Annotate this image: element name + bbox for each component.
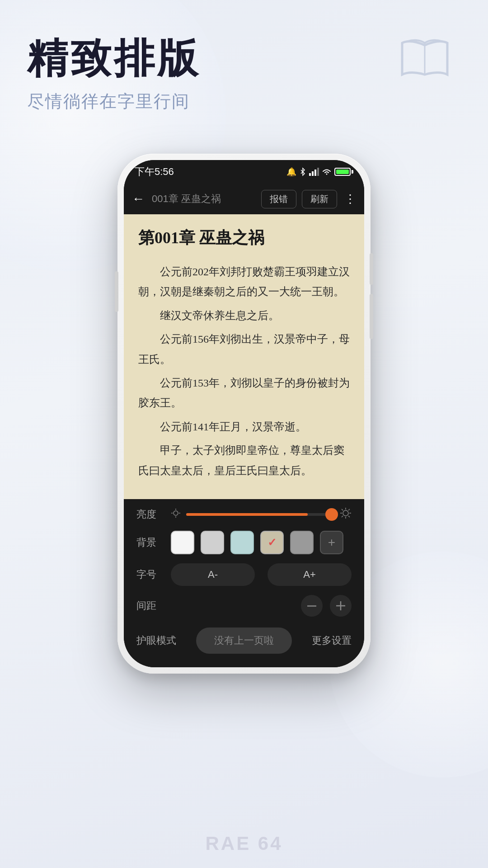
no-prev-page-button[interactable]: 没有上一页啦 <box>196 627 292 654</box>
font-increase-button[interactable]: A+ <box>267 563 352 586</box>
phone-screen: 下午5:56 🔔 <box>124 160 364 667</box>
report-button[interactable]: 报错 <box>261 190 296 208</box>
status-time: 下午5:56 <box>135 165 174 179</box>
background-label: 背景 <box>136 536 164 549</box>
settings-panel: 亮度 <box>124 499 364 667</box>
nav-bar: ← 001章 巫蛊之祸 报错 刷新 ⋮ <box>124 184 364 214</box>
book-icon <box>398 36 452 81</box>
signal-icon <box>309 168 319 176</box>
rae-badge: RAE 64 <box>205 833 282 854</box>
svg-rect-3 <box>317 168 319 176</box>
more-button[interactable]: ⋮ <box>344 192 356 206</box>
bluetooth-icon <box>299 167 306 176</box>
svg-rect-1 <box>312 171 314 176</box>
volume-up-button <box>370 253 373 285</box>
svg-line-16 <box>348 509 350 510</box>
svg-line-15 <box>348 516 350 517</box>
spacing-increase-button[interactable] <box>330 595 352 617</box>
svg-line-14 <box>342 509 343 510</box>
brightness-row: 亮度 <box>136 507 352 522</box>
bg-option-white[interactable] <box>171 531 194 554</box>
nav-title: 001章 巫蛊之祸 <box>152 192 256 206</box>
spacing-decrease-button[interactable] <box>301 595 323 617</box>
bg-option-gray1[interactable] <box>201 531 224 554</box>
brightness-high-icon <box>340 507 352 522</box>
volume-down-button <box>370 294 373 339</box>
svg-rect-2 <box>314 170 316 176</box>
paragraph-2: 继汉文帝休养生息之后。 <box>138 306 350 326</box>
refresh-button[interactable]: 刷新 <box>302 190 337 208</box>
brightness-slider[interactable] <box>186 513 334 516</box>
add-icon: + <box>328 535 335 550</box>
eye-mode-button[interactable]: 护眼模式 <box>136 634 176 647</box>
phone-container: 下午5:56 🔔 <box>117 154 371 674</box>
main-title: 精致排版 <box>27 36 201 81</box>
content-text: 公元前202年刘邦打败楚霸王项羽建立汉朝，汉朝是继秦朝之后的又一大统一王朝。 继… <box>138 262 350 481</box>
chapter-title: 第001章 巫蛊之祸 <box>138 227 350 249</box>
header-area: 精致排版 尽情徜徉在字里行间 <box>27 36 201 113</box>
background-options: ✓ + <box>171 531 352 554</box>
font-size-label: 字号 <box>136 568 164 581</box>
bg-option-gray2[interactable] <box>290 531 314 554</box>
svg-rect-0 <box>309 173 311 176</box>
bg-option-add[interactable]: + <box>320 531 343 554</box>
status-bar: 下午5:56 🔔 <box>124 160 364 184</box>
svg-point-9 <box>343 510 348 516</box>
power-button <box>115 271 118 312</box>
line-spacing-label: 间距 <box>136 599 164 613</box>
battery-icon <box>334 168 353 176</box>
content-area[interactable]: 第001章 巫蛊之祸 公元前202年刘邦打败楚霸王项羽建立汉朝，汉朝是继秦朝之后… <box>124 214 364 499</box>
more-settings-button[interactable]: 更多设置 <box>312 634 352 647</box>
font-size-row: 字号 A- A+ <box>136 563 352 586</box>
bg-option-selected[interactable]: ✓ <box>260 531 284 554</box>
background-row: 背景 ✓ + <box>136 531 352 554</box>
back-button[interactable]: ← <box>132 192 145 206</box>
book-icon-area <box>398 36 452 83</box>
svg-line-17 <box>342 516 343 517</box>
wifi-icon <box>322 168 332 176</box>
font-decrease-button[interactable]: A- <box>171 563 255 586</box>
paragraph-1: 公元前202年刘邦打败楚霸王项羽建立汉朝，汉朝是继秦朝之后的又一大统一王朝。 <box>138 262 350 302</box>
selected-checkmark: ✓ <box>267 536 277 549</box>
line-spacing-row: 间距 <box>136 595 352 617</box>
brightness-control <box>171 507 352 522</box>
bg-option-mint[interactable] <box>230 531 254 554</box>
paragraph-6: 甲子，太子刘彻即皇帝位，尊皇太后窦氏曰太皇太后，皇后王氏曰皇太后。 <box>138 440 350 481</box>
paragraph-5: 公元前141年正月，汉景帝逝。 <box>138 417 350 437</box>
phone-shell: 下午5:56 🔔 <box>117 154 371 674</box>
brightness-label: 亮度 <box>136 508 164 521</box>
sub-title: 尽情徜徉在字里行间 <box>27 90 201 113</box>
paragraph-4: 公元前153年，刘彻以皇子的身份被封为胶东王。 <box>138 373 350 413</box>
svg-point-4 <box>174 511 178 515</box>
alarm-icon: 🔔 <box>286 167 296 177</box>
bottom-row: 护眼模式 没有上一页啦 更多设置 <box>136 626 352 654</box>
brightness-low-icon <box>171 508 181 521</box>
paragraph-3: 公元前156年刘彻出生，汉景帝中子，母王氏。 <box>138 329 350 369</box>
